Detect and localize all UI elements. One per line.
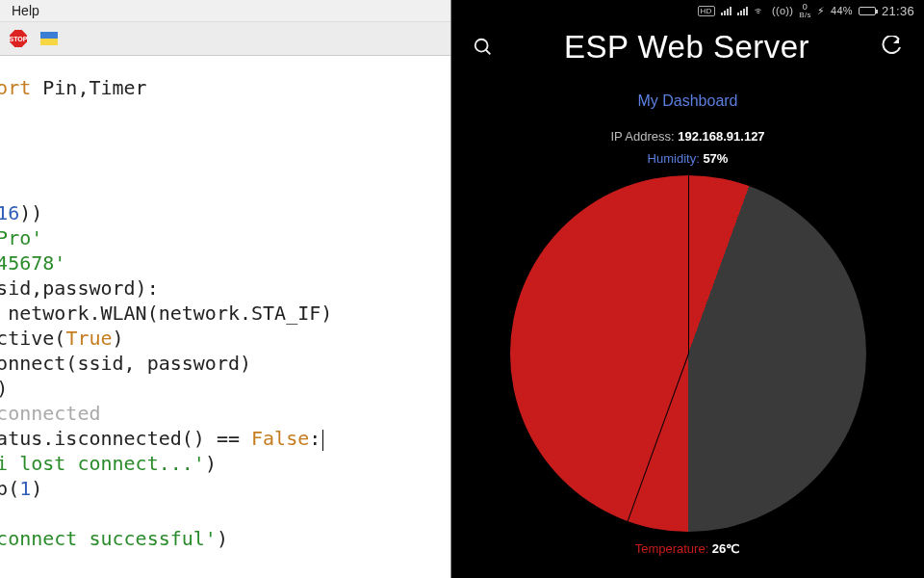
code-text: s.connect(ssid, password) bbox=[0, 352, 251, 375]
humidity-label: Humidity: bbox=[648, 151, 704, 166]
battery-percent: 44% bbox=[831, 5, 853, 16]
code-string: 12345678' bbox=[0, 251, 65, 275]
battery-icon bbox=[859, 7, 876, 15]
phone-status-bar: HD ᯤ ((o)) 0 B/s ⚡︎ 44% 21:36 bbox=[451, 0, 924, 21]
page-title: ESP Web Server bbox=[494, 29, 880, 66]
code-text: ) bbox=[31, 477, 42, 500]
code-text: t(ssid,password): bbox=[0, 276, 159, 300]
code-number: 16 bbox=[0, 201, 19, 224]
humidity-line: Humidity: 57% bbox=[451, 151, 924, 166]
hotspot-icon: ((o)) bbox=[772, 5, 793, 16]
ip-address-line: IP Address: 192.168.91.127 bbox=[451, 129, 924, 144]
code-text: ) bbox=[217, 527, 228, 550]
code-string: 50 Pro' bbox=[0, 226, 42, 250]
pie-chart-wrap bbox=[451, 175, 924, 532]
code-keyword: True bbox=[65, 327, 112, 350]
ukraine-flag-icon[interactable] bbox=[40, 32, 58, 45]
code-text: ) bbox=[113, 327, 124, 350]
code-text: )) bbox=[19, 201, 42, 224]
net-speed: 0 B/s bbox=[799, 3, 810, 19]
clock: 21:36 bbox=[882, 4, 914, 18]
ide-pane: Help STOP import Pin,Timer t in(16)) 50 … bbox=[0, 0, 451, 578]
dashboard-title: My Dashboard bbox=[451, 92, 924, 110]
text-cursor bbox=[322, 430, 323, 451]
code-editor[interactable]: import Pin,Timer t in(16)) 50 Pro' 12345… bbox=[0, 56, 450, 578]
code-string: fi connect successful' bbox=[0, 527, 217, 550]
ip-label: IP Address: bbox=[610, 129, 678, 144]
temperature-line: Temperature: 26℃ bbox=[451, 541, 924, 562]
code-number: 1 bbox=[19, 477, 31, 500]
wifi-icon: ᯤ bbox=[754, 4, 766, 18]
phone-screen: HD ᯤ ((o)) 0 B/s ⚡︎ 44% 21:36 ESP Web Se… bbox=[451, 0, 924, 578]
code-text: ) bbox=[205, 452, 217, 475]
menu-help[interactable]: Help bbox=[12, 3, 39, 18]
svg-line-1 bbox=[486, 50, 491, 55]
hd-badge-icon: HD bbox=[698, 6, 715, 16]
code-text: _status.isconnected() == bbox=[0, 427, 251, 450]
signal-icon bbox=[721, 6, 732, 15]
code-comment: fi connected bbox=[0, 402, 101, 425]
humidity-value: 57% bbox=[703, 151, 728, 166]
ip-value: 192.168.91.127 bbox=[678, 129, 764, 144]
temperature-value: 26℃ bbox=[712, 541, 740, 556]
stop-icon[interactable]: STOP bbox=[10, 30, 27, 47]
code-string: Wifi lost connect...' bbox=[0, 452, 205, 475]
svg-point-0 bbox=[475, 39, 488, 52]
code-text: Pin,Timer bbox=[31, 76, 146, 99]
code-text: s.active( bbox=[0, 327, 65, 350]
bluetooth-icon: ⚡︎ bbox=[817, 5, 825, 17]
search-icon[interactable] bbox=[473, 37, 494, 58]
toolbar: STOP bbox=[0, 22, 450, 56]
menu-bar: Help bbox=[0, 0, 450, 22]
temperature-label: Temperature: bbox=[635, 541, 712, 556]
code-text: : bbox=[309, 427, 321, 450]
code-text: ) bbox=[0, 377, 8, 400]
code-keyword: import bbox=[0, 76, 31, 99]
signal-icon bbox=[737, 6, 748, 15]
code-text: s = network.WLAN(network.STA_IF) bbox=[0, 302, 332, 325]
app-bar: ESP Web Server bbox=[451, 21, 924, 71]
code-text: leep( bbox=[0, 477, 19, 500]
refresh-icon[interactable] bbox=[880, 36, 903, 59]
humidity-pie-chart bbox=[510, 175, 866, 532]
code-keyword: False bbox=[251, 427, 309, 450]
